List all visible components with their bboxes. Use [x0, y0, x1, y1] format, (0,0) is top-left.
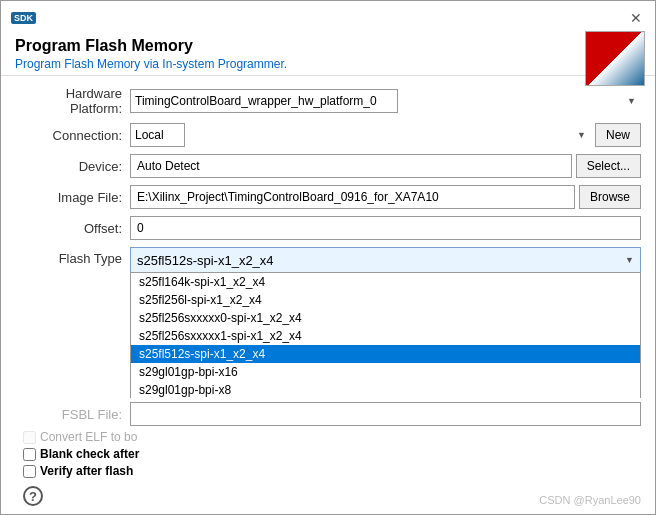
flash-type-label: Flash Type — [15, 247, 130, 266]
flash-type-dropdown-arrow: ▼ — [625, 255, 634, 265]
dialog-header: Program Flash Memory Program Flash Memor… — [1, 31, 655, 76]
dialog-title: Program Flash Memory — [15, 37, 287, 55]
blank-check-row: Blank check after — [15, 447, 641, 461]
form-area: Hardware Platform: TimingControlBoard_wr… — [1, 76, 655, 398]
offset-row: Offset: — [15, 216, 641, 240]
program-flash-dialog: SDK ✕ Program Flash Memory Program Flash… — [0, 0, 656, 515]
dropdown-item[interactable]: s29gl01gp-bpi-x16 — [131, 363, 640, 381]
convert-elf-label: Convert ELF to bo — [40, 430, 137, 444]
image-file-label: Image File: — [15, 190, 130, 205]
dropdown-item[interactable]: s25fl512s-spi-x1_x2_x4 — [131, 345, 640, 363]
dropdown-item[interactable]: s25fl256sxxxxx1-spi-x1_x2_x4 — [131, 327, 640, 345]
hardware-platform-select-wrapper: TimingControlBoard_wrapper_hw_platform_0 — [130, 89, 641, 113]
convert-elf-checkbox — [23, 431, 36, 444]
offset-input[interactable] — [130, 216, 641, 240]
fsbl-input — [130, 402, 641, 426]
flash-type-selected: s25fl512s-spi-x1_x2_x4 — [137, 253, 274, 268]
select-button[interactable]: Select... — [576, 154, 641, 178]
connection-label: Connection: — [15, 128, 130, 143]
image-file-row: Image File: Browse — [15, 185, 641, 209]
help-button[interactable]: ? — [23, 486, 43, 506]
connection-select-wrapper: Local — [130, 123, 591, 147]
dropdown-item[interactable]: s25fl164k-spi-x1_x2_x4 — [131, 273, 640, 291]
dropdown-item[interactable]: s29gl01gp-bpi-x8 — [131, 381, 640, 398]
flash-type-dropdown-list: s25fl164k-spi-x1_x2_x4s25fl256l-spi-x1_x… — [130, 272, 641, 398]
image-file-input[interactable] — [130, 185, 575, 209]
browse-button[interactable]: Browse — [579, 185, 641, 209]
connection-select[interactable]: Local — [130, 123, 185, 147]
convert-elf-row: Convert ELF to bo — [15, 430, 641, 444]
title-bar-left: SDK — [11, 12, 36, 24]
hardware-platform-label: Hardware Platform: — [15, 86, 130, 116]
device-input[interactable] — [130, 154, 572, 178]
new-button[interactable]: New — [595, 123, 641, 147]
device-label: Device: — [15, 159, 130, 174]
logo-icon — [585, 31, 645, 86]
verify-after-row: Verify after flash — [15, 464, 641, 478]
watermark: CSDN @RyanLee90 — [539, 494, 641, 506]
hardware-platform-select[interactable]: TimingControlBoard_wrapper_hw_platform_0 — [130, 89, 398, 113]
hardware-platform-row: Hardware Platform: TimingControlBoard_wr… — [15, 86, 641, 116]
dropdown-item[interactable]: s25fl256sxxxxx0-spi-x1_x2_x4 — [131, 309, 640, 327]
flash-type-row: Flash Type s25fl512s-spi-x1_x2_x4 ▼ s25f… — [15, 247, 641, 273]
dialog-subtitle: Program Flash Memory via In-system Progr… — [15, 57, 287, 71]
verify-after-checkbox[interactable] — [23, 465, 36, 478]
blank-check-label: Blank check after — [40, 447, 139, 461]
close-button[interactable]: ✕ — [627, 9, 645, 27]
fsbl-label: FSBL File: — [15, 407, 130, 422]
flash-type-dropdown-container[interactable]: s25fl512s-spi-x1_x2_x4 ▼ s25fl164k-spi-x… — [130, 247, 641, 273]
connection-row: Connection: Local New — [15, 123, 641, 147]
device-row: Device: Select... — [15, 154, 641, 178]
dropdown-item[interactable]: s25fl256l-spi-x1_x2_x4 — [131, 291, 640, 309]
flash-type-dropdown-header[interactable]: s25fl512s-spi-x1_x2_x4 ▼ — [131, 248, 640, 272]
fsbl-row: FSBL File: — [15, 402, 641, 426]
verify-after-label: Verify after flash — [40, 464, 133, 478]
sdk-badge: SDK — [11, 12, 36, 24]
offset-label: Offset: — [15, 221, 130, 236]
title-bar: SDK ✕ — [1, 1, 655, 31]
blank-check-checkbox[interactable] — [23, 448, 36, 461]
